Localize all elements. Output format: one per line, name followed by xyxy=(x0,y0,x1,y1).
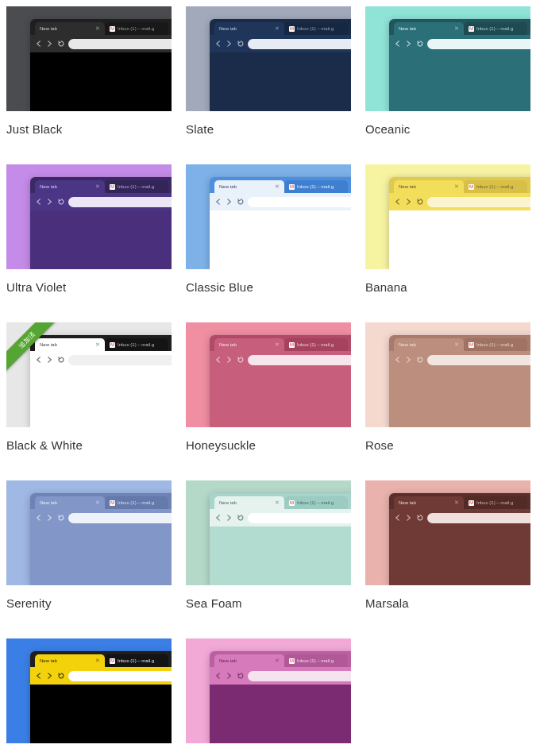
browser-mock: New tab✕MInbox (1) – mail.g xyxy=(210,651,351,743)
back-icon xyxy=(214,357,222,364)
tab-strip: New tab✕MInbox (1) – mail.g xyxy=(210,335,351,351)
theme-name: Rose xyxy=(365,438,530,452)
reload-icon xyxy=(237,199,244,206)
theme-card[interactable]: New tab✕MInbox (1) – mail.gHigh Contrast… xyxy=(6,638,172,756)
gmail-icon: M xyxy=(110,26,115,32)
back-icon xyxy=(394,515,401,522)
theme-card[interactable]: New tab✕MInbox (1) – mail.gOceanic xyxy=(365,6,530,136)
tab-label: Inbox (1) – mail.g xyxy=(476,184,513,189)
back-icon xyxy=(394,40,401,48)
theme-thumbnail[interactable]: New tab✕MInbox (1) – mail.g xyxy=(186,322,351,427)
forward-icon xyxy=(226,673,233,680)
browser-mock: New tab✕MInbox (1) – mail.g xyxy=(389,335,530,427)
address-bar xyxy=(68,355,172,365)
theme-thumbnail[interactable]: New tab✕MInbox (1) – mail.g xyxy=(365,6,530,111)
tab-strip: New tab✕MInbox (1) – mail.g xyxy=(30,177,172,193)
theme-card[interactable]: New tab✕MInbox (1) – mail.gHoneysuckle xyxy=(186,322,351,452)
active-tab: New tab✕ xyxy=(214,180,284,193)
address-bar xyxy=(68,671,172,681)
theme-thumbnail[interactable]: New tab✕MInbox (1) – mail.g xyxy=(365,164,530,269)
theme-name: Banana xyxy=(365,280,530,294)
theme-card[interactable]: 追加済New tab✕MInbox (1) – mail.gBlack & Wh… xyxy=(6,322,172,452)
reload-icon xyxy=(237,40,244,48)
inactive-tab: MInbox (1) – mail.g xyxy=(464,496,527,509)
tab-strip: New tab✕MInbox (1) – mail.g xyxy=(389,19,530,35)
forward-icon xyxy=(405,357,412,364)
gmail-icon: M xyxy=(469,26,474,32)
theme-card[interactable]: New tab✕MInbox (1) – mail.gSea Foam xyxy=(186,480,351,610)
gmail-icon: M xyxy=(289,500,295,506)
theme-thumbnail[interactable]: 追加済New tab✕MInbox (1) – mail.g xyxy=(6,322,172,427)
address-bar xyxy=(427,197,530,207)
tab-label: New tab xyxy=(219,342,237,347)
tab-label: Inbox (1) – mail.g xyxy=(118,658,154,663)
close-icon: ✕ xyxy=(454,499,459,506)
theme-card[interactable]: New tab✕MInbox (1) – mail.gClassic Blue xyxy=(186,164,351,294)
tab-label: Inbox (1) – mail.g xyxy=(297,184,334,189)
browser-mock: New tab✕MInbox (1) – mail.g xyxy=(210,19,351,111)
theme-grid: New tab✕MInbox (1) – mail.gJust BlackNew… xyxy=(6,6,534,756)
inactive-tab: MInbox (1) – mail.g xyxy=(105,496,168,509)
theme-card[interactable]: New tab✕MInbox (1) – mail.gJust Black xyxy=(6,6,172,136)
address-bar xyxy=(248,197,351,207)
inactive-tab: MInbox (1) – mail.g xyxy=(464,22,527,35)
tab-label: Inbox (1) – mail.g xyxy=(297,658,334,663)
close-icon: ✕ xyxy=(275,499,280,506)
page-area xyxy=(389,52,530,111)
theme-thumbnail[interactable]: New tab✕MInbox (1) – mail.g xyxy=(6,6,172,111)
close-icon: ✕ xyxy=(275,658,280,664)
back-icon xyxy=(214,515,222,522)
theme-card[interactable]: New tab✕MInbox (1) – mail.gSlate xyxy=(186,6,351,136)
address-bar xyxy=(248,39,351,49)
forward-icon xyxy=(226,40,233,48)
tab-strip: New tab✕MInbox (1) – mail.g xyxy=(30,651,172,667)
theme-card[interactable]: New tab✕MInbox (1) – mail.gBanana xyxy=(365,164,530,294)
gmail-icon: M xyxy=(110,500,115,506)
theme-card[interactable]: New tab✕MInbox (1) – mail.gMarsala xyxy=(365,480,530,610)
reload-icon xyxy=(57,199,64,206)
address-bar xyxy=(427,355,530,365)
theme-thumbnail[interactable]: New tab✕MInbox (1) – mail.g xyxy=(6,164,172,269)
theme-name: Sea Foam xyxy=(186,596,351,610)
theme-thumbnail[interactable]: New tab✕MInbox (1) – mail.g xyxy=(365,480,530,585)
tab-strip: New tab✕MInbox (1) – mail.g xyxy=(210,651,351,667)
active-tab: New tab✕ xyxy=(35,654,105,667)
theme-thumbnail[interactable]: New tab✕MInbox (1) – mail.g xyxy=(6,638,172,743)
tab-label: New tab xyxy=(40,184,57,189)
tab-label: Inbox (1) – mail.g xyxy=(297,26,334,31)
tab-label: Inbox (1) – mail.g xyxy=(476,26,513,31)
back-icon xyxy=(214,199,222,206)
theme-name: Honeysuckle xyxy=(186,438,351,452)
tab-label: Inbox (1) – mail.g xyxy=(297,500,334,505)
tab-strip: New tab✕MInbox (1) – mail.g xyxy=(389,493,530,509)
theme-thumbnail[interactable]: New tab✕MInbox (1) – mail.g xyxy=(6,480,172,585)
close-icon: ✕ xyxy=(95,658,100,664)
inactive-tab: MInbox (1) – mail.g xyxy=(105,22,168,35)
page-area xyxy=(30,526,172,585)
tab-label: New tab xyxy=(219,184,237,189)
theme-thumbnail[interactable]: New tab✕MInbox (1) – mail.g xyxy=(186,164,351,269)
theme-thumbnail[interactable]: New tab✕MInbox (1) – mail.g xyxy=(186,638,351,743)
tab-strip: New tab✕MInbox (1) – mail.g xyxy=(389,177,530,193)
theme-card[interactable]: New tab✕MInbox (1) – mail.gSerenity xyxy=(6,480,172,610)
back-icon xyxy=(394,357,401,364)
tab-strip: New tab✕MInbox (1) – mail.g xyxy=(210,177,351,193)
close-icon: ✕ xyxy=(95,499,100,506)
forward-icon xyxy=(46,199,53,206)
theme-card[interactable]: New tab✕MInbox (1) – mail.gRose xyxy=(365,322,530,452)
close-icon: ✕ xyxy=(95,341,100,348)
close-icon: ✕ xyxy=(275,341,280,348)
theme-thumbnail[interactable]: New tab✕MInbox (1) – mail.g xyxy=(186,6,351,111)
theme-card[interactable]: New tab✕MInbox (1) – mail.gUltra Violet xyxy=(6,164,172,294)
theme-thumbnail[interactable]: New tab✕MInbox (1) – mail.g xyxy=(186,480,351,585)
installed-ribbon: 追加済 xyxy=(6,322,62,378)
theme-thumbnail[interactable]: New tab✕MInbox (1) – mail.g xyxy=(365,322,530,427)
theme-name: Ultra Violet xyxy=(6,280,172,294)
gmail-icon: M xyxy=(289,184,295,190)
browser-mock: New tab✕MInbox (1) – mail.g xyxy=(30,493,172,585)
toolbar xyxy=(210,667,351,685)
page-area xyxy=(389,210,530,269)
reload-icon xyxy=(57,40,64,48)
theme-card[interactable]: New tab✕MInbox (1) – mail.gPretty in Pin… xyxy=(186,638,351,756)
address-bar xyxy=(68,39,172,49)
